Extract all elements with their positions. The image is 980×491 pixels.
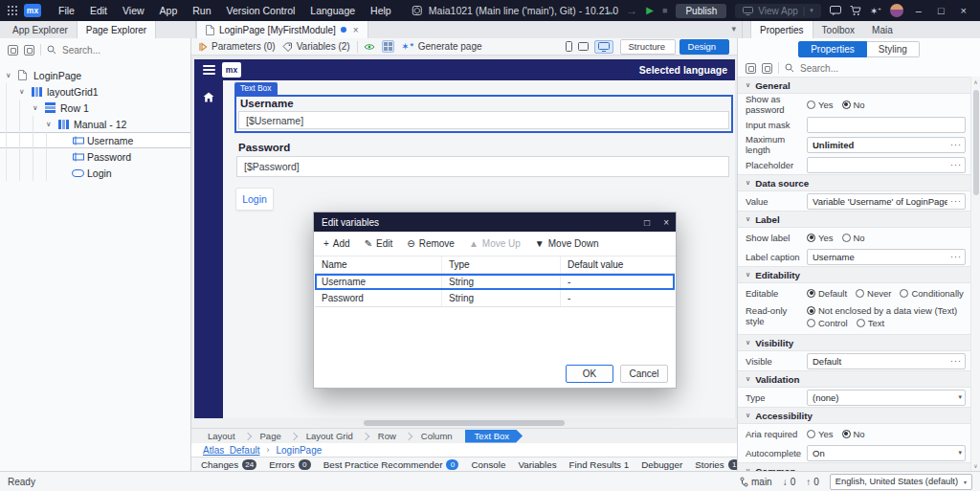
crumb-layout-grid[interactable]: Layout Grid [298,431,362,441]
dialog-add-button[interactable]: +Add [323,238,350,249]
menu-language[interactable]: Language [302,0,363,21]
menu-version-control[interactable]: Version Control [219,0,303,21]
view-app-button[interactable]: View App | ▾ [735,4,821,18]
generate-page-button[interactable]: ✶✷ Generate page [401,41,481,52]
field-input-mask[interactable] [807,117,966,133]
tree-item-row-1[interactable]: ∨ Row 1 [0,100,190,116]
password-input[interactable]: [$Password] [236,156,729,177]
structure-mode-button[interactable]: Structure mode [620,39,676,55]
scrollbar-thumb[interactable] [973,90,979,195]
app-launcher-icon[interactable] [8,6,18,16]
tree-expander-icon[interactable]: ∨ [33,103,45,112]
crumb-row[interactable]: Row [369,431,405,441]
layout-link[interactable]: Atlas_Default [203,445,259,456]
tab-properties[interactable]: Properties [750,21,813,38]
menu-edit[interactable]: Edit [82,0,115,21]
outgoing-commits[interactable]: ↑0 [806,477,819,487]
maximize-icon[interactable]: □ [934,5,948,16]
menu-app[interactable]: App [152,0,186,21]
close-tab-icon[interactable]: × [353,25,359,35]
crumb-layout[interactable]: Layout [199,431,244,441]
dock-tab-errors[interactable]: Errors0 [269,459,311,470]
radio-editable-default[interactable]: Default [807,288,847,299]
radio-aria-required-no[interactable]: No [842,429,865,439]
explorer-search-input[interactable] [60,44,160,56]
tab-list-dropdown-icon[interactable]: ▾ [731,24,736,33]
tab-maia[interactable]: Maia [863,21,902,38]
incoming-commits[interactable]: ↓0 [783,477,796,487]
textbox-widget-selected[interactable]: Username [$Username] [234,95,733,133]
grid-toggle-icon[interactable] [382,40,394,53]
section-data-source[interactable]: ∨ Data source [738,174,971,191]
dialog-title-bar[interactable]: Edit variables □ × [314,212,676,232]
close-icon[interactable]: × [957,5,970,16]
dock-tab-debugger[interactable]: Debugger [641,459,682,470]
dock-tab-find-results-1[interactable]: Find Results 1 [569,459,630,470]
publish-button[interactable]: Publish [676,4,726,18]
crumb-column[interactable]: Column [412,431,461,441]
dock-tab-variables[interactable]: Variables [518,459,556,470]
dock-tab-best-practice-recommender[interactable]: Best Practice Recommender0 [323,459,459,470]
scrollbar-thumb[interactable] [364,420,565,426]
username-input[interactable]: [$Username] [238,111,729,129]
section-label[interactable]: ∨ Label [738,211,971,228]
subtab-styling[interactable]: Styling [867,41,920,57]
ellipsis-button[interactable]: ··· [950,252,962,261]
horizontal-scrollbar[interactable] [191,418,737,428]
section-editability[interactable]: ∨ Editability [738,266,971,283]
section-accessibility[interactable]: ∨ Accessibility [738,407,971,424]
crumb-page[interactable]: Page [252,431,290,441]
hamburger-icon[interactable] [203,65,215,75]
minimize-icon[interactable]: – [912,5,925,16]
maia-sparkle-icon[interactable]: ✶+ [870,6,881,16]
desktop-preview-icon[interactable] [594,40,613,54]
branch-indicator[interactable]: main [740,477,772,487]
tab-toolbox[interactable]: Toolbox [813,21,863,38]
ellipsis-button[interactable]: ··· [950,356,962,366]
ok-button[interactable]: OK [566,365,613,383]
dialog-maximize-icon[interactable]: □ [637,217,657,228]
props-collapse-all-icon[interactable] [746,63,756,74]
tab-app-explorer[interactable]: App Explorer [4,21,77,38]
scroll-up-icon[interactable]: ∧ [971,78,980,85]
menu-help[interactable]: Help [363,0,399,21]
ellipsis-button[interactable]: ··· [950,160,962,169]
radio-read-only-style-not-enclosed-by-a-data-view-text[interactable]: Not enclosed by a data view (Text) [807,305,957,316]
radio-show-as-password-yes[interactable]: Yes [807,100,834,110]
dialog-remove-button[interactable]: ⊖Remove [407,238,455,249]
scroll-down-icon[interactable]: ∨ [971,462,980,469]
tree-expander-icon[interactable]: ∨ [19,87,32,96]
vertical-scrollbar[interactable]: ∧ ∨ [970,77,980,471]
document-tab[interactable]: LoginPage [MyFirstModule] × [196,21,368,38]
cancel-button[interactable]: Cancel [620,365,668,383]
dialog-move-up-button[interactable]: ▲Move Up [469,238,521,249]
dock-tab-changes[interactable]: Changes24 [201,459,256,470]
design-mode-button[interactable]: Design mode [679,39,729,55]
dock-tab-stories[interactable]: Stories1 [695,459,741,470]
menu-file[interactable]: File [51,0,82,21]
login-button[interactable]: Login [235,188,274,211]
radio-editable-conditionally[interactable]: Conditionally [900,288,963,299]
section-validation[interactable]: ∨ Validation [738,370,971,388]
canvas-sidebar[interactable] [194,80,223,418]
field-label-caption[interactable]: ··· [807,249,966,265]
props-search-input[interactable] [798,62,898,75]
field-value[interactable]: ··· [807,193,966,210]
tree-item-manual-12[interactable]: ∨ Manual - 12 [0,116,190,132]
radio-show-label-no[interactable]: No [842,233,865,243]
ellipsis-button[interactable]: ··· [950,140,962,149]
tablet-preview-icon[interactable] [578,42,589,51]
props-expand-all-icon[interactable] [762,63,772,74]
run-icon[interactable]: ▶ [646,0,654,21]
page-link[interactable]: LoginPage [276,445,322,456]
radio-show-as-password-no[interactable]: No [842,100,865,110]
select-autocomplete[interactable]: ▾ [807,445,966,461]
dock-tab-console[interactable]: Console [471,459,505,470]
menu-view[interactable]: View [115,0,152,21]
menu-run[interactable]: Run [185,0,218,21]
language-selector[interactable]: English, United States (default) ▾ [830,474,972,490]
field-maximum-length[interactable]: ··· [807,137,966,153]
field-placeholder[interactable]: ··· [807,157,966,173]
section-general[interactable]: ∨ General [738,77,971,94]
radio-read-only-style-control[interactable]: Control [807,318,848,328]
